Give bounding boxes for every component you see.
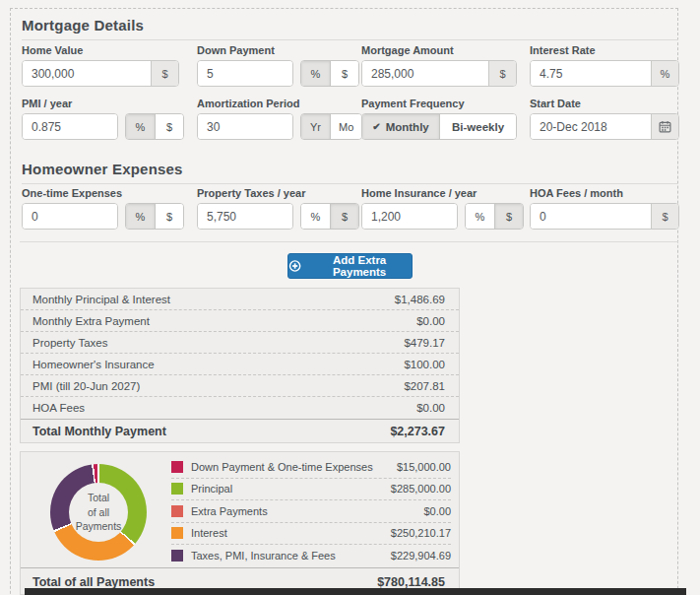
legend-label: Principal — [191, 483, 232, 495]
legend-swatch — [171, 461, 183, 473]
property-taxes-input-group — [197, 203, 293, 230]
months-toggle-button[interactable]: Mo — [330, 114, 361, 139]
legend-label: Taxes, PMI, Insurance & Fees — [191, 550, 336, 562]
home-value-input-group: $ — [22, 60, 179, 87]
legend-item: Taxes, PMI, Insurance & Fees$229,904.69 — [171, 545, 451, 567]
interest-rate-input[interactable] — [531, 61, 651, 86]
monthly-breakdown-table: Monthly Principal & Interest$1,486.69 Mo… — [20, 288, 460, 443]
table-row: HOA Fees$0.00 — [21, 397, 459, 419]
row-value: $207.81 — [404, 380, 445, 392]
start-date-input[interactable] — [531, 114, 651, 139]
homeowner-expenses-header: Homeowner Expenses — [22, 161, 678, 184]
percent-toggle-button[interactable]: % — [126, 114, 155, 139]
row-value: $1,486.69 — [395, 294, 445, 305]
legend-value: $229,904.69 — [391, 550, 451, 562]
percent-toggle-button[interactable]: % — [301, 204, 330, 229]
row-label: HOA Fees — [32, 402, 85, 414]
field-home-insurance: Home Insurance / year % $ — [361, 187, 524, 230]
row-label: Homeowner's Insurance — [32, 359, 155, 370]
total-label: Total of all Payments — [32, 575, 155, 589]
one-time-expenses-input[interactable] — [23, 204, 117, 229]
amortization-input[interactable] — [198, 114, 292, 139]
chart-legend: Down Payment & One-time Expenses$15,000.… — [171, 456, 451, 567]
interest-rate-input-group: % — [530, 60, 679, 87]
field-mortgage-amount: Mortgage Amount $ — [361, 44, 517, 87]
legend-label: Interest — [191, 527, 227, 539]
row-value: $0.00 — [416, 402, 445, 414]
mortgage-amount-input[interactable] — [362, 61, 488, 86]
start-date-input-group — [530, 113, 679, 140]
pmi-input[interactable] — [23, 114, 117, 139]
dollar-toggle-button[interactable]: $ — [155, 204, 183, 229]
monthly-option-label: Monthly — [386, 121, 429, 133]
dollar-toggle-button[interactable]: $ — [494, 204, 523, 229]
legend-label: Extra Payments — [191, 505, 268, 517]
property-taxes-unit-toggle: % $ — [300, 203, 359, 230]
property-taxes-input[interactable] — [198, 204, 292, 229]
legend-swatch — [171, 505, 183, 517]
dollar-toggle-button[interactable]: $ — [330, 204, 358, 229]
monthly-toggle-button[interactable]: ✔ Monthly — [362, 114, 439, 139]
amortization-unit-toggle: Yr Mo — [300, 113, 362, 140]
home-insurance-label: Home Insurance / year — [361, 187, 524, 199]
total-value: $780,114.85 — [377, 575, 445, 589]
home-value-input[interactable] — [23, 61, 151, 86]
field-home-value: Home Value $ — [22, 44, 179, 87]
payment-frequency-label: Payment Frequency — [361, 98, 517, 109]
dollar-toggle-button[interactable]: $ — [155, 114, 183, 139]
window-edge-bar — [25, 588, 686, 595]
down-payment-unit-toggle: % $ — [300, 60, 359, 87]
home-insurance-input-group — [361, 203, 458, 230]
start-date-label: Start Date — [530, 98, 679, 109]
field-payment-frequency: Payment Frequency ✔ Monthly Bi-weekly — [361, 98, 517, 140]
calendar-icon[interactable] — [651, 114, 678, 139]
home-insurance-input[interactable] — [362, 204, 457, 229]
center-label-line: Payments — [76, 519, 122, 534]
table-row: Monthly Principal & Interest$1,486.69 — [21, 289, 459, 310]
percent-addon: % — [651, 61, 678, 86]
hoa-fees-input[interactable] — [531, 204, 651, 229]
down-payment-input-group — [197, 60, 293, 87]
one-time-expenses-unit-toggle: % $ — [125, 203, 184, 230]
payments-donut-chart: Total of all Payments — [50, 464, 147, 561]
table-row: Monthly Extra Payment$0.00 — [21, 310, 459, 332]
years-toggle-button[interactable]: Yr — [301, 114, 330, 139]
one-time-expenses-input-group — [22, 203, 118, 230]
homeowner-expenses-title: Homeowner Expenses — [22, 161, 678, 177]
row-label: PMI (till 20-Jun 2027) — [32, 380, 140, 392]
percent-toggle-button[interactable]: % — [301, 61, 330, 86]
field-one-time-expenses: One-time Expenses % $ — [22, 187, 184, 230]
percent-toggle-button[interactable]: % — [466, 204, 494, 229]
amortization-input-group — [197, 113, 293, 140]
add-extra-payments-button[interactable]: Add Extra Payments — [287, 253, 413, 279]
legend-value: $15,000.00 — [397, 461, 451, 473]
home-insurance-unit-toggle: % $ — [465, 203, 524, 230]
pmi-input-group — [22, 113, 118, 140]
legend-value: $285,000.00 — [391, 483, 451, 495]
mortgage-amount-input-group: $ — [361, 60, 517, 87]
dollar-toggle-button[interactable]: $ — [330, 61, 358, 86]
add-extra-payments-label: Add Extra Payments — [307, 254, 412, 278]
home-value-label: Home Value — [22, 44, 179, 56]
field-interest-rate: Interest Rate % — [530, 44, 679, 87]
mortgage-details-title: Mortgage Details — [22, 17, 678, 33]
dollar-addon: $ — [651, 204, 678, 229]
total-value: $2,273.67 — [390, 425, 445, 438]
hoa-fees-label: HOA Fees / month — [530, 187, 679, 199]
total-label: Total Monthly Payment — [32, 425, 166, 438]
row-value: $479.17 — [404, 337, 445, 349]
pmi-label: PMI / year — [22, 98, 184, 109]
table-row: Homeowner's Insurance$100.00 — [21, 354, 459, 375]
biweekly-toggle-button[interactable]: Bi-weekly — [439, 114, 516, 139]
field-hoa-fees: HOA Fees / month $ — [530, 187, 679, 230]
legend-label: Down Payment & One-time Expenses — [191, 461, 373, 473]
row-label: Property Taxes — [32, 337, 108, 349]
down-payment-input[interactable] — [198, 61, 292, 86]
table-row: PMI (till 20-Jun 2027)$207.81 — [21, 375, 459, 397]
field-property-taxes: Property Taxes / year % $ — [197, 187, 359, 230]
percent-toggle-button[interactable]: % — [126, 204, 155, 229]
mortgage-details-header: Mortgage Details — [22, 17, 678, 40]
legend-value: $0.00 — [423, 505, 451, 517]
hoa-fees-input-group: $ — [530, 203, 679, 230]
legend-item: Extra Payments$0.00 — [171, 500, 451, 523]
